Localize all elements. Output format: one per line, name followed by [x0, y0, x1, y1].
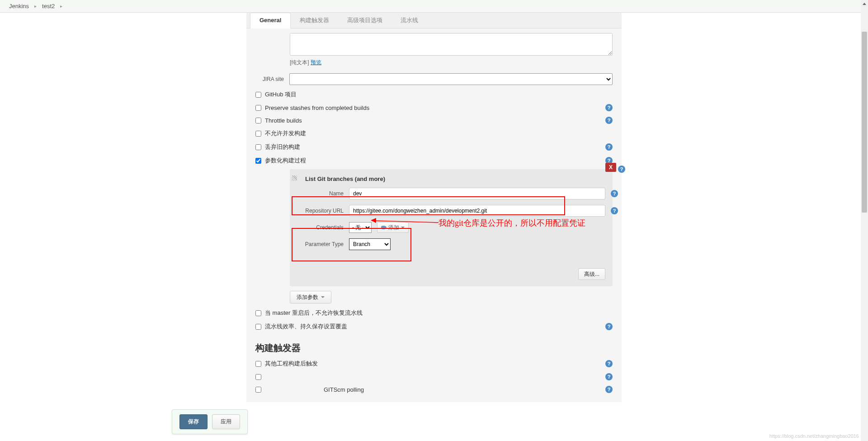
durability-checkbox[interactable] — [255, 324, 261, 330]
breadcrumb-jenkins[interactable]: Jenkins — [9, 3, 29, 9]
breadcrumb-project[interactable]: test2 — [42, 3, 55, 9]
key-icon — [381, 226, 387, 229]
trigger2-checkbox[interactable] — [255, 374, 261, 380]
scroll-up-icon[interactable] — [861, 0, 868, 7]
help-icon[interactable] — [605, 373, 613, 380]
help-icon[interactable] — [605, 360, 613, 367]
throttle-label: Throttle builds — [265, 117, 302, 124]
param-checkbox[interactable] — [255, 158, 261, 164]
advanced-button[interactable]: 高级... — [578, 268, 605, 280]
help-icon[interactable] — [618, 166, 625, 173]
help-icon[interactable] — [611, 190, 618, 197]
help-icon[interactable] — [605, 117, 613, 124]
preserve-checkbox[interactable] — [255, 105, 261, 111]
add-cred-button[interactable]: 添加 — [377, 222, 409, 233]
name-input[interactable] — [349, 188, 605, 199]
help-icon[interactable] — [605, 323, 613, 330]
param-type-select[interactable]: Branch — [349, 238, 391, 250]
other-build-label: 其他工程构建后触发 — [265, 360, 318, 368]
gitscm-label: xxxxxxxxxxxxxxxxxxxxGITScm polling — [265, 386, 364, 393]
tab-triggers[interactable]: 构建触发器 — [291, 13, 338, 28]
config-form: General 构建触发器 高级项目选项 流水线 [纯文本] 预览 JIRA s… — [246, 13, 622, 402]
caret-down-icon — [321, 296, 325, 298]
trigger2-label — [265, 374, 267, 380]
param-label: 参数化构建过程 — [265, 156, 306, 165]
delete-param-button[interactable]: X — [605, 163, 616, 172]
description-textarea[interactable] — [290, 33, 613, 56]
help-icon[interactable] — [611, 207, 618, 214]
jira-label: JIRA site — [255, 76, 289, 82]
discard-checkbox[interactable] — [255, 144, 261, 150]
cred-label: Credentials — [297, 224, 349, 231]
type-label: Parameter Type — [297, 241, 349, 247]
chevron-right-icon: ▸ — [60, 4, 62, 9]
drag-handle-icon[interactable] — [292, 175, 297, 181]
restart-checkbox[interactable] — [255, 310, 261, 316]
cred-select[interactable]: - 无 - — [349, 222, 372, 233]
help-icon[interactable] — [605, 386, 613, 393]
plain-text-label: [纯文本] — [290, 59, 309, 66]
section-triggers-title: 构建触发器 — [255, 342, 613, 354]
github-checkbox[interactable] — [255, 92, 261, 98]
param-title: List Git branches (and more) — [305, 175, 605, 182]
name-label: Name — [297, 190, 349, 197]
discard-label: 丢弃旧的构建 — [265, 143, 300, 151]
add-param-button[interactable]: 添加参数 — [290, 291, 331, 303]
tab-pipeline[interactable]: 流水线 — [392, 13, 427, 28]
jira-site-select[interactable] — [289, 73, 613, 85]
scrollbar[interactable] — [861, 0, 868, 402]
tab-advanced[interactable]: 高级项目选项 — [338, 13, 392, 28]
repo-label: Repository URL — [297, 208, 349, 214]
help-icon[interactable] — [605, 143, 613, 151]
throttle-checkbox[interactable] — [255, 118, 261, 123]
tab-bar: General 构建触发器 高级项目选项 流水线 — [246, 13, 622, 28]
other-build-checkbox[interactable] — [255, 361, 261, 367]
preview-link[interactable]: 预览 — [311, 59, 321, 66]
repo-input[interactable] — [349, 205, 605, 217]
help-icon[interactable] — [605, 104, 613, 111]
chevron-right-icon: ▸ — [34, 4, 37, 9]
breadcrumb: Jenkins ▸ test2 ▸ — [0, 0, 868, 13]
restart-label: 当 master 重启后，不允许恢复流水线 — [265, 309, 363, 317]
caret-down-icon — [401, 227, 405, 228]
concurrent-checkbox[interactable] — [255, 131, 261, 137]
concurrent-label: 不允许并发构建 — [265, 129, 306, 138]
github-label: GitHub 项目 — [265, 90, 297, 99]
scrollbar-thumb[interactable] — [862, 32, 867, 213]
gitscm-checkbox[interactable] — [255, 387, 261, 393]
durability-label: 流水线效率、持久保存设置覆盖 — [265, 322, 347, 331]
tab-general[interactable]: General — [250, 13, 291, 28]
preserve-label: Preserve stashes from completed builds — [265, 104, 369, 111]
annotation-text: 我的git仓库是公开的，所以不用配置凭证 — [439, 218, 585, 228]
